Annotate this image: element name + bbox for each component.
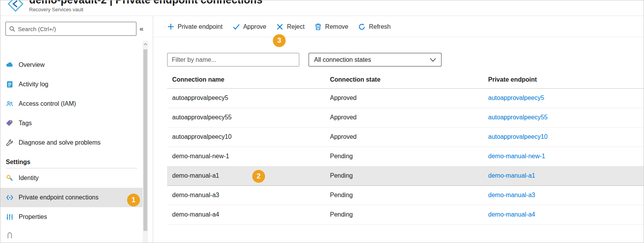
connection-state-cell: Approved — [330, 88, 488, 108]
sidebar-item-label: Identity — [19, 175, 39, 182]
connection-state-cell: Pending — [330, 185, 488, 205]
sidebar-item-label: Tags — [19, 120, 32, 127]
approve-button[interactable]: Approve — [233, 23, 267, 30]
x-icon — [276, 23, 283, 30]
connection-state-dropdown[interactable]: All connection states — [309, 53, 442, 66]
private-endpoint-link[interactable]: autoapprovalpeecy5 — [488, 94, 544, 101]
connection-name-cell: demo-manual-a1 — [172, 172, 219, 179]
connection-state-cell: Pending — [330, 147, 488, 166]
table-row[interactable]: autoapprovalpeecy10 Approved autoapprova… — [167, 127, 644, 147]
title-wrap: demo-pevault-2 | Private endpoint connec… — [29, 0, 262, 12]
callout-step-1: 1 — [127, 194, 140, 206]
azure-portal-screen: demo-pevault-2 | Private endpoint connec… — [0, 0, 644, 243]
sidebar-item-access-control[interactable]: Access control (IAM) — [0, 94, 143, 114]
cloud-icon — [6, 61, 14, 69]
recovery-services-vault-icon — [7, 0, 24, 13]
table-row[interactable]: demo-manual-a3 Pending demo-manual-a3 — [167, 185, 644, 205]
people-icon — [6, 100, 14, 108]
activity-log-icon — [6, 80, 14, 88]
connection-name-cell: demo-manual-new-1 — [167, 147, 330, 166]
scrollbar-up-icon[interactable] — [143, 41, 148, 48]
private-endpoint-link[interactable]: demo-manual-a4 — [488, 211, 535, 218]
toolbar-label: Private endpoint — [178, 23, 223, 30]
identity-key-icon — [6, 174, 14, 182]
sidebar-item-label: Overview — [19, 61, 45, 68]
private-endpoint-icon — [6, 194, 14, 201]
toolbar-label: Approve — [243, 23, 267, 30]
connection-state-cell: Approved — [330, 127, 488, 147]
table-row-selected[interactable]: demo-manual-a1 Pending demo-manual-a1 — [167, 166, 644, 185]
private-endpoint-link[interactable]: demo-manual-a3 — [488, 192, 535, 198]
refresh-icon — [358, 23, 365, 30]
connection-state-cell: Pending — [330, 205, 488, 224]
private-endpoint-button[interactable]: Private endpoint — [167, 23, 223, 30]
private-endpoint-link[interactable]: demo-manual-a1 — [488, 172, 535, 179]
sidebar-item-label: Diagnose and solve problems — [19, 139, 101, 146]
sidebar-item-diagnose[interactable]: Diagnose and solve problems — [0, 133, 143, 152]
sidebar-search-row: « — [5, 22, 143, 36]
connection-state-cell: Approved — [330, 108, 488, 127]
filter-by-name-input[interactable] — [167, 53, 299, 66]
connection-state-cell: Pending — [330, 166, 488, 185]
sidebar-item-label: Properties — [19, 213, 47, 220]
sidebar-menu: Overview Activity log Access control (IA… — [0, 55, 143, 243]
sidebar-scrollbar-thumb[interactable] — [143, 49, 147, 231]
sidebar-search-input[interactable] — [18, 26, 133, 32]
page-title: demo-pevault-2 | Private endpoint connec… — [29, 0, 262, 6]
trash-icon — [315, 23, 322, 30]
connection-name-cell: autoapprovalpeecy10 — [167, 127, 330, 147]
private-endpoint-link[interactable]: autoapprovalpeecy10 — [488, 133, 548, 140]
connection-name-cell: autoapprovalpeecy5 — [167, 88, 330, 108]
sidebar-item-tags[interactable]: Tags — [0, 114, 143, 133]
toolbar-label: Remove — [325, 23, 349, 30]
table-row[interactable]: demo-manual-a4 Pending demo-manual-a4 — [167, 205, 644, 224]
search-icon — [9, 26, 15, 32]
sidebar-section-settings: Settings — [0, 152, 143, 168]
column-header-private-endpoint: Private endpoint — [488, 71, 644, 88]
command-toolbar: Private endpoint Approve Reject — [153, 16, 644, 37]
table-row[interactable]: autoapprovalpeecy55 Approved autoapprova… — [167, 108, 644, 127]
sidebar-item-identity[interactable]: Identity — [0, 168, 143, 188]
sidebar-item-partial[interactable] — [0, 227, 143, 243]
toolbar-label: Refresh — [369, 23, 391, 30]
wrench-icon — [6, 139, 14, 147]
sidebar-item-label: Access control (IAM) — [19, 100, 76, 107]
main-content: Private endpoint Approve Reject — [153, 16, 644, 243]
sidebar-item-label: Private endpoint connections — [19, 194, 98, 201]
callout-step-2: 2 — [252, 170, 265, 183]
table-header-row: Connection name Connection state Private… — [167, 71, 644, 88]
private-endpoint-link[interactable]: demo-manual-new-1 — [488, 153, 545, 159]
sidebar-search-box[interactable] — [5, 22, 136, 36]
tag-icon — [6, 119, 14, 127]
page-header: demo-pevault-2 | Private endpoint connec… — [0, 0, 644, 16]
filter-row: All connection states — [167, 53, 644, 66]
sidebar-item-private-endpoint-connections[interactable]: Private endpoint connections — [0, 188, 143, 207]
private-endpoint-link[interactable]: autoapprovalpeecy55 — [488, 114, 548, 121]
page-subtitle: Recovery Services vault — [29, 7, 262, 12]
connections-table: Connection name Connection state Private… — [167, 71, 644, 225]
remove-button[interactable]: Remove — [315, 23, 349, 30]
column-header-connection-state: Connection state — [330, 71, 488, 88]
callout-step-3: 3 — [273, 34, 286, 47]
refresh-button[interactable]: Refresh — [358, 23, 391, 30]
table-row[interactable]: demo-manual-new-1 Pending demo-manual-ne… — [167, 147, 644, 166]
sidebar-scrollbar[interactable] — [143, 41, 148, 243]
sidebar-item-overview[interactable]: Overview — [0, 55, 143, 75]
chevron-down-icon — [430, 58, 436, 62]
check-icon — [233, 23, 240, 30]
reject-button[interactable]: Reject — [276, 23, 304, 30]
sidebar-item-label: Activity log — [19, 81, 48, 88]
sidebar-item-properties[interactable]: Properties — [0, 207, 143, 227]
sidebar-item-activity-log[interactable]: Activity log — [0, 75, 143, 94]
plus-icon — [167, 23, 174, 30]
connection-name-cell: demo-manual-a3 — [167, 185, 330, 205]
connection-name-cell: demo-manual-a4 — [167, 205, 330, 224]
sidebar: « Overview Activity log — [0, 16, 153, 243]
column-header-connection-name: Connection name — [167, 71, 330, 88]
table-row[interactable]: autoapprovalpeecy5 Approved autoapproval… — [167, 88, 644, 108]
lock-shackle-icon — [6, 231, 14, 238]
sliders-icon — [6, 213, 14, 221]
collapse-sidebar-icon[interactable]: « — [140, 25, 143, 33]
connection-state-dropdown-value: All connection states — [314, 56, 371, 63]
toolbar-label: Reject — [287, 23, 304, 30]
